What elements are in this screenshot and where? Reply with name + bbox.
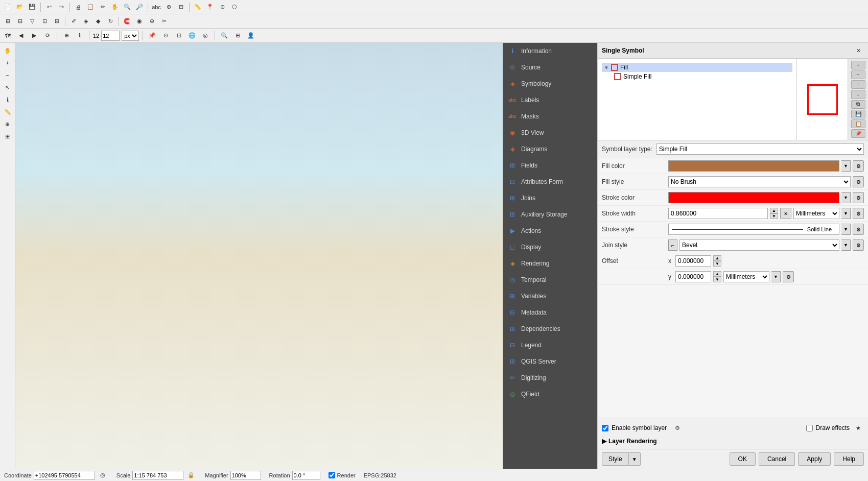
coordinate-crs-btn[interactable]: ◎	[97, 470, 108, 481]
sidebar-item-diagrams[interactable]: ◈ Diagrams	[503, 141, 597, 157]
stroke-color-arrow-btn[interactable]: ▼	[841, 192, 851, 203]
sidebar-item-information[interactable]: ℹ Information	[503, 43, 597, 59]
layer-rendering-toggle[interactable]: ▶ Layer Rendering	[602, 436, 864, 447]
join-style-select[interactable]: Bevel Miter Round	[679, 239, 839, 251]
sidebar-item-3d-view[interactable]: ◉ 3D View	[503, 125, 597, 141]
zoom-extent-btn[interactable]: ⊡	[39, 16, 50, 27]
stroke-width-up[interactable]: ▲	[770, 208, 778, 213]
stroke-width-input[interactable]	[668, 208, 768, 219]
add-layer-btn[interactable]: +	[851, 61, 865, 69]
draw-effects-settings-btn[interactable]: ★	[853, 422, 864, 434]
magnifier-input[interactable]	[230, 471, 261, 480]
undo-btn[interactable]: ↩	[43, 2, 55, 13]
cancel-button[interactable]: Cancel	[759, 452, 795, 466]
search-btn[interactable]: 🔍	[219, 30, 230, 41]
close-dialog-btn[interactable]: ✕	[853, 45, 864, 56]
sidebar-item-legend[interactable]: ⊟ Legend	[503, 337, 597, 353]
sidebar-item-fields[interactable]: ⊞ Fields	[503, 157, 597, 174]
scale-input[interactable]	[132, 471, 183, 480]
ok-button[interactable]: OK	[730, 452, 756, 466]
zoom-map-btn[interactable]: 🗺	[2, 30, 13, 41]
attr-btn[interactable]: ⊟	[175, 2, 186, 13]
info-btn[interactable]: ℹ	[74, 30, 85, 41]
zoom-prev-btn[interactable]: ◀	[15, 30, 27, 41]
adv-btn[interactable]: ⊕	[146, 16, 157, 27]
topo-btn[interactable]: ◉	[134, 16, 145, 27]
sidebar-item-auxiliary-storage[interactable]: ⊞ Auxiliary Storage	[503, 206, 597, 223]
sidebar-item-source[interactable]: ⊙ Source	[503, 59, 597, 76]
style-arrow-button[interactable]: ▼	[629, 452, 641, 466]
sidebar-item-joins[interactable]: ⊞ Joins	[503, 190, 597, 206]
sidebar-item-actions[interactable]: ▶ Actions	[503, 223, 597, 239]
remove-layer-btn[interactable]: −	[851, 70, 865, 79]
stroke-width-unit-select[interactable]: Millimeters Pixels Points Map Units	[793, 208, 839, 219]
offset-y-up[interactable]: ▲	[713, 271, 721, 277]
zoom-layer-btn[interactable]: ⊞	[51, 16, 62, 27]
vertex-btn[interactable]: ◈	[80, 16, 91, 27]
sidebar-item-display[interactable]: ◻ Display	[503, 239, 597, 255]
move-up-btn[interactable]: ↑	[851, 80, 865, 89]
sidebar-item-dependencies[interactable]: ⊞ Dependencies	[503, 321, 597, 337]
sidebar-measure[interactable]: 📏	[2, 106, 13, 117]
locate-btn[interactable]: ◎	[200, 30, 211, 41]
pin-btn[interactable]: 📌	[147, 30, 158, 41]
fill-color-arrow-btn[interactable]: ▼	[841, 160, 851, 172]
redo-btn[interactable]: ↪	[56, 2, 67, 13]
filter-btn[interactable]: ▽	[27, 16, 38, 27]
duplicate-btn[interactable]: ⧉	[851, 100, 865, 109]
edit-btn[interactable]: ✏	[97, 2, 108, 13]
tree-simple-fill-item[interactable]: Simple Fill	[602, 72, 792, 81]
style-button[interactable]: Style	[602, 452, 629, 466]
join-style-arrow-btn[interactable]: ▼	[841, 239, 851, 251]
stroke-style-arrow-btn[interactable]: ▼	[841, 224, 851, 235]
coord-btn[interactable]: 📍	[204, 2, 216, 13]
rotation-input[interactable]	[292, 471, 320, 480]
select-feature-btn[interactable]: ⊕	[61, 30, 72, 41]
sidebar-item-variables[interactable]: ⊞ Variables	[503, 288, 597, 304]
font-size-input[interactable]	[101, 31, 120, 41]
point-btn[interactable]: ⊙	[217, 2, 228, 13]
sidebar-layer[interactable]: ⊞	[2, 131, 13, 142]
sidebar-item-temporal[interactable]: ◷ Temporal	[503, 272, 597, 288]
label-btn[interactable]: abc	[151, 2, 162, 13]
move-down-btn[interactable]: ↓	[851, 90, 865, 99]
profile-btn[interactable]: 👤	[245, 30, 256, 41]
digitize-btn[interactable]: ✐	[68, 16, 79, 27]
sidebar-zoom-out[interactable]: −	[2, 69, 13, 81]
sidebar-item-metadata[interactable]: ⊟ Metadata	[503, 304, 597, 321]
offset-x-down[interactable]: ▼	[713, 261, 721, 267]
join-style-data-btn[interactable]: ⚙	[853, 239, 864, 251]
sidebar-zoom-in[interactable]: +	[2, 57, 13, 68]
stroke-width-unit-arrow[interactable]: ▼	[841, 208, 851, 219]
help-button[interactable]: Help	[834, 452, 864, 466]
poly-btn[interactable]: ⬡	[229, 2, 240, 13]
open-btn[interactable]: 📂	[14, 2, 26, 13]
measure-btn[interactable]: 📏	[192, 2, 203, 13]
zoom-next-btn[interactable]: ▶	[29, 30, 40, 41]
offset-data-btn[interactable]: ⚙	[783, 271, 794, 282]
stroke-color-data-btn[interactable]: ⚙	[853, 192, 864, 203]
refresh-btn[interactable]: ⟳	[42, 30, 53, 41]
stroke-style-data-btn[interactable]: ⚙	[853, 224, 864, 235]
tree-root-item[interactable]: ▼ Fill	[602, 63, 792, 72]
globe-btn[interactable]: 🌐	[186, 30, 198, 41]
sidebar-item-symbology[interactable]: ◈ Symbology	[503, 76, 597, 92]
stroke-width-data-btn[interactable]: ⚙	[853, 208, 864, 219]
select-btn[interactable]: ⊕	[163, 2, 174, 13]
layer-type-select[interactable]: Simple Fill Gradient Fill SVG Fill Patte…	[656, 143, 864, 155]
group-btn[interactable]: ⊟	[14, 16, 26, 27]
render-checkbox[interactable]	[329, 472, 335, 478]
print-btn[interactable]: 🖨	[73, 2, 84, 13]
node-btn[interactable]: ◆	[92, 16, 104, 27]
offset-x-input[interactable]	[675, 255, 711, 267]
plugin-btn[interactable]: ⊞	[232, 30, 243, 41]
sidebar-item-qfield[interactable]: ◎ QField	[503, 386, 597, 402]
sidebar-item-digitizing[interactable]: ✏ Digitizing	[503, 370, 597, 386]
sidebar-pan[interactable]: ✋	[2, 45, 13, 56]
save-style-btn[interactable]: 💾	[851, 110, 865, 118]
zoom-in-btn[interactable]: 🔍	[122, 2, 133, 13]
sidebar-item-rendering[interactable]: ◈ Rendering	[503, 255, 597, 272]
offset-unit-select[interactable]: Millimeters Pixels	[723, 271, 769, 282]
pan-btn[interactable]: ✋	[109, 2, 121, 13]
rotate-btn[interactable]: ↻	[105, 16, 116, 27]
